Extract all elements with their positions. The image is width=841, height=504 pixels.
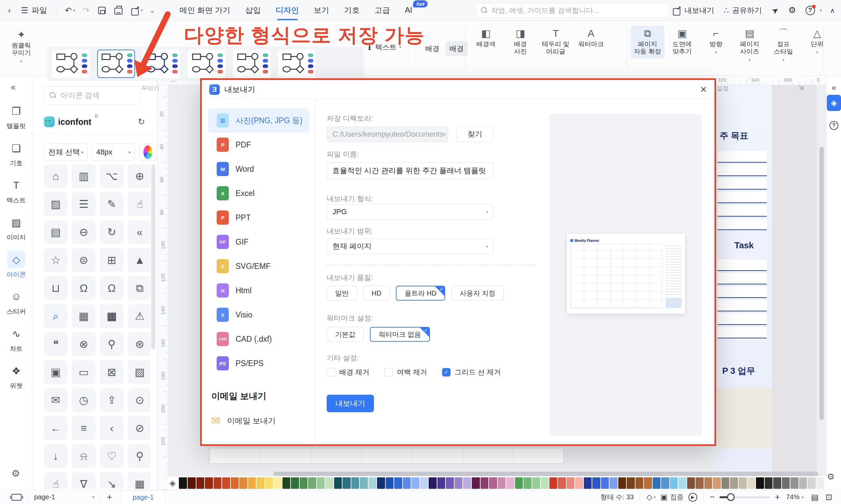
color-swatch[interactable]	[627, 478, 635, 489]
refresh-icon[interactable]: ↻	[138, 117, 145, 127]
color-swatch[interactable]	[584, 478, 592, 489]
presentation-mode-icon[interactable]	[12, 494, 22, 501]
zoom-value[interactable]: 74%	[786, 493, 800, 501]
trash-icon[interactable]: ⊔	[44, 276, 68, 300]
paint-bucket-icon[interactable]: ◈	[169, 479, 176, 488]
sidebar-item-위젯[interactable]: ❖위젯	[0, 362, 32, 390]
store-icon[interactable]: ⌂	[44, 164, 68, 188]
page-selector-caret-icon[interactable]: ▾	[92, 494, 94, 500]
color-swatch[interactable]	[231, 478, 239, 489]
color-swatch[interactable]	[506, 478, 514, 489]
alarm-icon[interactable]: ◷	[72, 388, 95, 412]
zoom-in-button[interactable]: +	[775, 492, 780, 502]
hamburger-icon[interactable]: ☰	[21, 6, 28, 15]
color-swatch[interactable]	[739, 478, 747, 489]
sidebar-item-기호[interactable]: ❏기호	[0, 139, 32, 168]
template-row[interactable]	[717, 219, 767, 230]
camera-icon[interactable]: ▣	[44, 360, 68, 384]
quality-option-울트라 HD[interactable]: 울트라 HD	[396, 286, 445, 301]
format-item-Visio[interactable]: VVisio	[208, 303, 309, 327]
color-swatch[interactable]	[420, 478, 428, 489]
format-item-PS/EPS[interactable]: PSPS/EPS	[208, 351, 309, 376]
color-swatch[interactable]	[721, 478, 730, 489]
color-swatch[interactable]	[248, 478, 256, 489]
print-icon[interactable]	[114, 8, 123, 15]
color-swatch[interactable]	[790, 478, 799, 489]
template-row[interactable]	[717, 273, 767, 284]
ribbon-background-color[interactable]: ◧배경색	[470, 25, 502, 51]
back-icon[interactable]: ‹	[8, 6, 11, 15]
color-swatch[interactable]	[523, 478, 532, 489]
pan-navigator-icon[interactable]: ▤	[811, 492, 819, 502]
sidebar-item-차트[interactable]: ∿차트	[0, 325, 32, 353]
color-swatch[interactable]	[222, 478, 230, 489]
format-item-PDF[interactable]: PPDF	[208, 132, 309, 157]
quality-option-일반[interactable]: 일반	[327, 286, 357, 301]
sidebar-item-템플릿[interactable]: ❐템플릿	[0, 102, 32, 130]
redo-icon[interactable]: ↻	[100, 220, 124, 244]
sidebar-item-아이콘[interactable]: ◇아이콘	[0, 251, 32, 279]
color-swatch[interactable]	[704, 478, 712, 489]
color-swatch[interactable]	[179, 478, 187, 489]
template-row[interactable]	[717, 300, 767, 311]
menu-보기[interactable]: 보기	[314, 5, 329, 16]
canvas-vertical-scrollbar[interactable]	[819, 147, 824, 420]
zoom-slider[interactable]	[719, 496, 770, 498]
color-swatch[interactable]	[446, 478, 454, 489]
zoom-out-icon[interactable]: ⊖	[72, 220, 95, 244]
color-swatch[interactable]	[618, 478, 626, 489]
quality-option-사용자 지정[interactable]: 사용자 지정	[451, 286, 504, 301]
format-dropdown[interactable]: JPG▾	[327, 204, 494, 220]
color-swatch[interactable]	[317, 478, 325, 489]
color-swatch[interactable]	[437, 478, 446, 489]
color-swatch[interactable]	[377, 478, 385, 489]
theme-card-6[interactable]	[278, 50, 316, 78]
sidebar-collapse-icon[interactable]: «	[11, 82, 16, 92]
color-swatch[interactable]	[756, 478, 764, 489]
photo-icon[interactable]: ▨	[128, 360, 150, 384]
color-swatch[interactable]	[782, 478, 790, 489]
search-input[interactable]	[491, 6, 665, 15]
checkbox-item-여백 제거[interactable]: 여백 제거	[384, 367, 427, 377]
bell-icon[interactable]: ⍾	[72, 444, 95, 468]
focus-label[interactable]: 집중	[670, 492, 684, 502]
email-send-item[interactable]: ✉ 이메일 보내기	[211, 414, 315, 427]
ribbon-watermark[interactable]: A워터마크	[575, 25, 607, 51]
color-swatch[interactable]	[472, 478, 480, 489]
color-swatch[interactable]	[687, 478, 695, 489]
color-swatch[interactable]	[214, 478, 222, 489]
format-item-CAD (.dxf)[interactable]: CADCAD (.dxf)	[208, 327, 309, 351]
globe-icon[interactable]: ⊛	[128, 332, 150, 356]
color-swatch[interactable]	[489, 478, 497, 489]
format-item-Html[interactable]: HHtml	[208, 278, 309, 303]
file-name-input[interactable]	[327, 162, 494, 179]
thumb-up-2-icon[interactable]: ☝	[44, 472, 68, 489]
format-item-SVG/EMF[interactable]: SSVG/EMF	[208, 254, 309, 278]
color-swatch[interactable]	[799, 478, 807, 489]
group-expand-icon[interactable]: ⇲	[799, 84, 804, 91]
color-swatch[interactable]	[196, 478, 204, 489]
color-swatch[interactable]	[730, 478, 738, 489]
format-item-Word[interactable]: WWord	[208, 157, 309, 181]
list-icon[interactable]: ≡	[72, 416, 95, 440]
color-swatch[interactable]	[325, 478, 334, 489]
calendar-icon[interactable]: ▦	[72, 304, 95, 328]
color-swatch[interactable]	[696, 478, 704, 489]
theme-card-5[interactable]	[233, 50, 271, 78]
person-wave-icon[interactable]: Ω	[100, 276, 124, 300]
right-help-icon[interactable]: ?	[827, 119, 840, 132]
color-swatch[interactable]	[773, 478, 781, 489]
sidebar-item-이미지[interactable]: ▨이미지	[0, 214, 32, 242]
close-circle-icon[interactable]: ⊗	[72, 332, 95, 356]
arrow-down-icon[interactable]: ↓	[44, 444, 68, 468]
arrow-down-right-icon[interactable]: ↘	[100, 472, 124, 489]
menu-AI[interactable]: AIhot	[405, 6, 412, 15]
sidebar-item-스티커[interactable]: ☺스티커	[0, 288, 32, 316]
color-swatch[interactable]	[360, 478, 368, 489]
one-click-style-button[interactable]: ✦ 원클릭 꾸미기▾	[3, 27, 40, 67]
format-item-PPT[interactable]: PPPT	[208, 205, 309, 230]
list-circle-icon[interactable]: ⊜	[72, 248, 95, 272]
color-swatch[interactable]	[369, 478, 377, 489]
alert-icon[interactable]: ⚠	[128, 304, 150, 328]
color-swatch[interactable]	[274, 478, 282, 489]
